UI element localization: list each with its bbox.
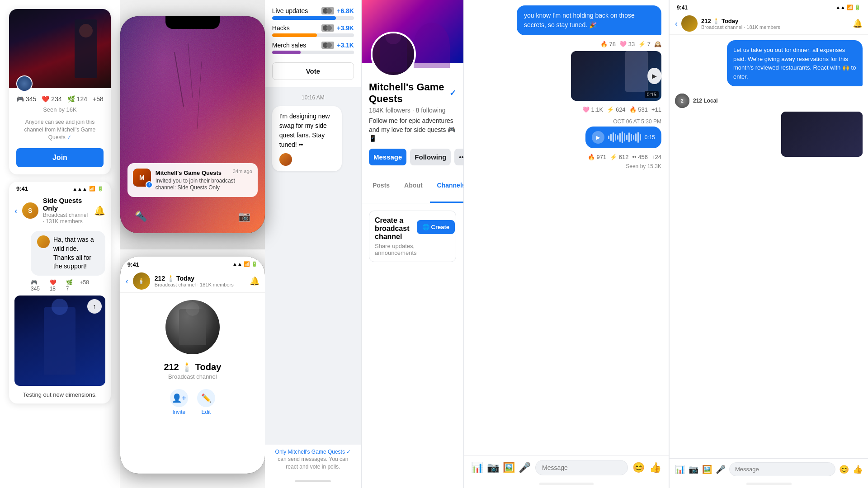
hacks-avatar-stack [321, 24, 334, 32]
p2-avatar: 🕯️ [133, 272, 150, 290]
card-side-quests: 9:41 ▲▲▲ 📶 🔋 ‹ S Side Quests Only Broadc… [9, 182, 111, 403]
channel-info: Side Quests Only Broadcast channel · 131… [43, 197, 90, 225]
mini-thumbsup-icon[interactable]: 👍 [853, 465, 863, 474]
mini-message-input[interactable] [729, 462, 835, 476]
screen-scratches [120, 16, 265, 233]
panel-center: 🔦 📷 M f Mitchell's Game Quests 34m ago [120, 0, 265, 488]
create-button[interactable]: 🌐 Create [417, 220, 455, 234]
fire-react[interactable]: 🔥 78 [600, 41, 616, 47]
mini-nav: ‹ 212 🕯️ Today Broadcast channel · 181K … [670, 13, 868, 35]
mini-chat-area: Let us take you out for dinner, all expe… [670, 35, 868, 458]
phone-mockup-2: 9:41 ▲▲📶🔋 ‹ 🕯️ 212 🕯️ Today Broadcast ch… [120, 257, 265, 474]
merch-avatar-stack [321, 42, 334, 49]
phone-mockup-1: 🔦 📷 M f Mitchell's Game Quests 34m ago [120, 16, 265, 233]
poll-bar-merch [272, 51, 301, 54]
chat-section: 10:16 AM I'm designing new swag for my s… [265, 87, 361, 445]
mini-image-icon[interactable]: 🖼️ [702, 465, 712, 474]
seen-count-right: Seen by 15.3K [471, 162, 661, 173]
globe-icon: 🌐 [422, 224, 429, 230]
mini-mic-icon[interactable]: 🎤 [716, 465, 726, 474]
p2-actions: 👤+ Invite ✏️ Edit [120, 385, 265, 422]
invite-button[interactable]: 👤+ Invite [170, 389, 188, 415]
notification-card[interactable]: M f Mitchell's Game Quests 34m ago Invit… [127, 163, 258, 197]
edit-icon: ✏️ [197, 389, 215, 407]
message-button[interactable]: Message [369, 149, 406, 165]
message-bubble: Ha, that was a wild ride. Thanks all for… [31, 231, 105, 275]
following-button[interactable]: Following [410, 149, 451, 165]
channel-note: Only Mitchell's Game Quests ✓ Only Mitch… [265, 445, 361, 474]
notif-body: Invited you to join their broadcast chan… [156, 178, 252, 192]
mic-icon[interactable]: 🎤 [519, 462, 531, 474]
msg-avatar [37, 235, 50, 248]
notch [165, 16, 220, 29]
bottom-bar [539, 483, 594, 485]
phone-screen-1: 🔦 📷 M f Mitchell's Game Quests 34m ago [120, 16, 265, 233]
drag-handle [265, 474, 361, 488]
vote-button[interactable]: Vote [272, 62, 354, 80]
p2-hero-avatar [165, 300, 220, 354]
mini-camera-icon[interactable]: 📷 [689, 465, 698, 474]
flashlight-icon[interactable]: 🔦 [135, 211, 147, 222]
waveform [608, 131, 641, 143]
edit-button[interactable]: ✏️ Edit [197, 389, 215, 415]
chart-icon[interactable]: 📊 [471, 462, 483, 474]
join-button[interactable]: Join [16, 148, 104, 167]
share-button[interactable]: ↑ [87, 299, 102, 314]
p2-back-icon[interactable]: ‹ [126, 277, 128, 286]
caption: Testing out new dimensions. [9, 389, 111, 404]
emoji-icon[interactable]: 😊 [632, 462, 645, 474]
channel-avatar: S [22, 202, 38, 219]
plus-stat: +58 [93, 95, 104, 103]
mini-status-icons: ▲▲📶🔋 [835, 5, 861, 11]
video-duration-1: 0:15 [645, 91, 659, 98]
image-icon[interactable]: 🖼️ [503, 462, 515, 474]
sender-name: 212 Local [693, 98, 718, 104]
video-reactions: 🩷 1.1K ⚡ 624 🔥 531 +11 [471, 104, 661, 117]
camera-icon-input[interactable]: 📷 [487, 462, 499, 474]
mini-back-icon[interactable]: ‹ [675, 19, 678, 28]
mini-chart-icon[interactable]: 📊 [675, 465, 685, 474]
panel-poll-chat: Live updates +6.8K Hacks [265, 0, 362, 488]
back-icon[interactable]: ‹ [14, 206, 18, 216]
messenger-main: you know I'm not holding back on those s… [464, 0, 669, 488]
heart-react[interactable]: 🩷 33 [619, 41, 635, 47]
chat-avatar [279, 153, 292, 166]
share-icon: 🌿 [67, 95, 75, 103]
msg-stats: 🎮 345 ❤️ 18 🌿 7 +58 [9, 277, 111, 296]
more-button[interactable]: ••• [454, 149, 464, 165]
chat-bubble: I'm designing new swag for my side quest… [272, 106, 342, 171]
bell-icon[interactable]: 🔔 [94, 205, 105, 216]
mini-emoji-icon[interactable]: 😊 [839, 465, 849, 474]
p2-bell-icon[interactable]: 🔔 [250, 276, 259, 286]
camera-icon[interactable]: 📷 [238, 211, 250, 222]
game-icon: 🎮 [16, 95, 24, 103]
play-button-1[interactable]: ▶ [647, 68, 661, 84]
mini-status-bar: 9:41 ▲▲📶🔋 [670, 0, 868, 13]
mini-bottom-bar [746, 483, 792, 485]
status-bar: 9:41 ▲▲▲ 📶 🔋 [9, 182, 111, 194]
tab-channels[interactable]: Channels [430, 176, 464, 203]
messenger-chat: you know I'm not holding back on those s… [464, 0, 669, 455]
video-thumb-sm[interactable] [781, 112, 863, 157]
svg-line-2 [197, 61, 202, 129]
panel-right: you know I'm not holding back on those s… [464, 0, 868, 488]
video-thumb-1[interactable]: ▶ 0:15 [571, 51, 661, 101]
lightning-react[interactable]: ⚡ 7 [638, 41, 651, 47]
message-input[interactable] [535, 460, 628, 475]
poll-bar-hacks [272, 33, 317, 37]
create-broadcast-title: Create a broadcast channel [375, 216, 417, 241]
verified-badge: ✓ [449, 88, 456, 98]
profile-info: Mitchell's Game Quests ✓ 184K followers … [362, 63, 463, 176]
game-stat: 🎮 345 [16, 95, 36, 103]
tab-about[interactable]: About [397, 176, 429, 203]
card-broadcast: 🎮 345 ❤️ 234 🌿 124 +58 Seen by 16K Anyon… [9, 9, 111, 174]
heart-stat: ❤️ 234 [42, 95, 61, 103]
thumbs-up-icon[interactable]: 👍 [649, 462, 661, 474]
voice-reactions: 🔥 971 ⚡ 612 •• 456 +24 [471, 152, 661, 162]
mini-channel-info: 212 🕯️ Today Broadcast channel · 181K me… [701, 18, 849, 30]
poll-item-hacks: Hacks +3.9K [272, 24, 354, 37]
tab-posts[interactable]: Posts [365, 176, 397, 203]
mini-bell-icon[interactable]: 🔔 [853, 19, 863, 28]
msg-avatar-row: 2 212 Local [675, 90, 863, 112]
voice-play-button[interactable]: ▶ [592, 131, 604, 144]
